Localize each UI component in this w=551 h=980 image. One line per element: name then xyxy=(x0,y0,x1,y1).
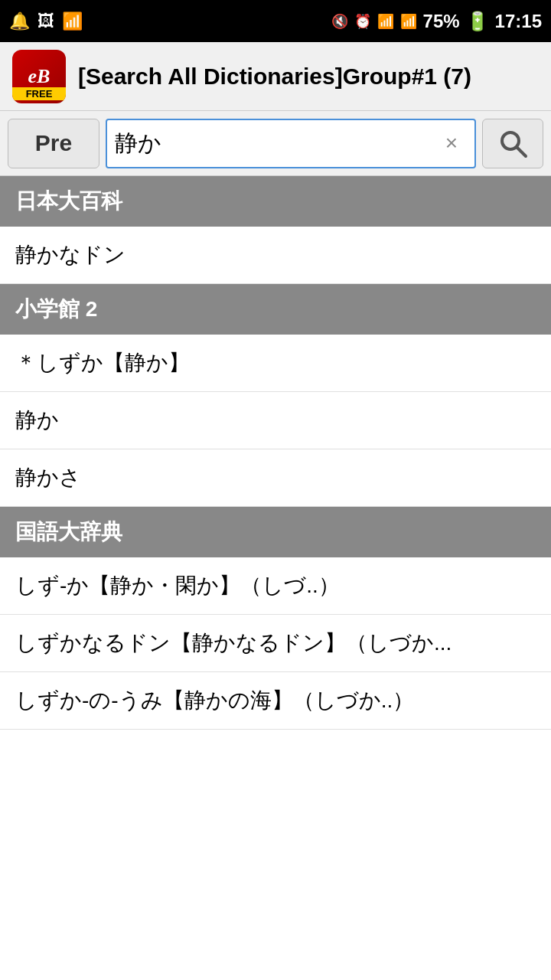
time-display: 17:15 xyxy=(495,11,542,32)
app-logo: eB FREE xyxy=(12,50,66,103)
alarm-icon: ⏰ xyxy=(354,13,371,30)
list-item[interactable]: 静かさ xyxy=(0,449,551,507)
svg-line-1 xyxy=(517,147,526,156)
signal-icon: 📶 xyxy=(400,13,417,30)
section-header-2: 国語大辞典 xyxy=(0,507,551,557)
list-item[interactable]: しずか-の-うみ【静かの海】（しづか..） xyxy=(0,672,551,730)
pre-button[interactable]: Pre xyxy=(8,119,99,168)
list-item[interactable]: しず-か【静か・閑か】（しづ..） xyxy=(0,557,551,615)
notification-icon: 🔔 xyxy=(9,11,30,31)
status-bar-right: 🔇 ⏰ 📶 📶 75% 🔋 17:15 xyxy=(331,11,542,32)
battery-text: 75% xyxy=(423,11,460,32)
search-bar: Pre × xyxy=(0,111,551,176)
search-input-wrapper: × xyxy=(106,119,476,168)
status-bar-left: 🔔 🖼 📶 xyxy=(9,11,83,31)
wifi-alert-icon: 📶 xyxy=(62,11,83,31)
list-item[interactable]: 静かなドン xyxy=(0,227,551,284)
section-header-0: 日本大百科 xyxy=(0,176,551,227)
section-header-1: 小学館 2 xyxy=(0,284,551,335)
logo-badge: FREE xyxy=(12,87,66,100)
status-bar: 🔔 🖼 📶 🔇 ⏰ 📶 📶 75% 🔋 17:15 xyxy=(0,0,551,42)
list-item[interactable]: 静か xyxy=(0,392,551,449)
clear-button[interactable]: × xyxy=(436,128,467,158)
search-input[interactable] xyxy=(115,130,436,156)
logo-text: eB xyxy=(28,65,51,88)
results-list: 日本大百科 静かなドン 小学館 2 ＊しずか【静か】 静か 静かさ 国語大辞典 … xyxy=(0,176,551,730)
search-button[interactable] xyxy=(482,119,543,168)
app-header: eB FREE [Search All Dictionaries]Group#1… xyxy=(0,42,551,111)
search-icon xyxy=(497,128,528,158)
app-title: [Search All Dictionaries]Group#1 (7) xyxy=(78,64,471,90)
mute-icon: 🔇 xyxy=(331,13,348,30)
battery-icon: 🔋 xyxy=(466,11,489,32)
list-item[interactable]: ＊しずか【静か】 xyxy=(0,335,551,392)
list-item[interactable]: しずかなるドン【静かなるドン】（しづか... xyxy=(0,615,551,672)
image-icon: 🖼 xyxy=(37,11,54,31)
wifi-icon: 📶 xyxy=(377,13,394,30)
